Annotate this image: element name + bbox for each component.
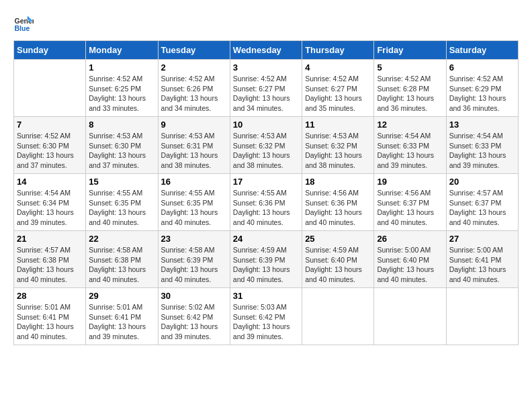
day-number: 22 (89, 234, 154, 244)
day-number: 4 (305, 62, 371, 73)
cell-content: Sunrise: 4:52 AM Sunset: 6:27 PM Dayligh… (305, 74, 371, 113)
day-number: 1 (89, 62, 154, 73)
calendar-cell: 7Sunrise: 4:52 AM Sunset: 6:30 PM Daylig… (14, 117, 86, 174)
calendar-cell: 12Sunrise: 4:54 AM Sunset: 6:33 PM Dayli… (374, 117, 446, 174)
calendar-cell: 2Sunrise: 4:52 AM Sunset: 6:26 PM Daylig… (158, 60, 230, 117)
calendar-cell: 28Sunrise: 5:01 AM Sunset: 6:41 PM Dayli… (14, 288, 86, 345)
cell-content: Sunrise: 4:59 AM Sunset: 6:40 PM Dayligh… (305, 245, 371, 285)
calendar-cell: 8Sunrise: 4:53 AM Sunset: 6:30 PM Daylig… (86, 117, 158, 174)
calendar-cell: 21Sunrise: 4:57 AM Sunset: 6:38 PM Dayli… (14, 231, 86, 288)
calendar-cell (302, 288, 374, 345)
calendar-cell: 5Sunrise: 4:52 AM Sunset: 6:28 PM Daylig… (374, 60, 446, 117)
cell-content: Sunrise: 4:57 AM Sunset: 6:38 PM Dayligh… (17, 245, 83, 285)
day-number: 11 (305, 120, 371, 130)
calendar-week-row: 28Sunrise: 5:01 AM Sunset: 6:41 PM Dayli… (14, 288, 519, 345)
calendar-cell: 19Sunrise: 4:56 AM Sunset: 6:37 PM Dayli… (374, 174, 446, 231)
day-number: 20 (449, 177, 515, 187)
logo-icon: General Blue (13, 13, 34, 34)
calendar-cell: 1Sunrise: 4:52 AM Sunset: 6:25 PM Daylig… (86, 60, 158, 117)
weekday-header-saturday: Saturday (446, 41, 518, 60)
cell-content: Sunrise: 5:02 AM Sunset: 6:42 PM Dayligh… (161, 302, 227, 342)
calendar-cell: 6Sunrise: 4:52 AM Sunset: 6:29 PM Daylig… (446, 60, 518, 117)
calendar-cell: 22Sunrise: 4:58 AM Sunset: 6:38 PM Dayli… (86, 231, 158, 288)
calendar-cell: 23Sunrise: 4:58 AM Sunset: 6:39 PM Dayli… (158, 231, 230, 288)
cell-content: Sunrise: 4:56 AM Sunset: 6:36 PM Dayligh… (305, 188, 371, 228)
cell-content: Sunrise: 4:54 AM Sunset: 6:34 PM Dayligh… (17, 188, 83, 228)
calendar-cell: 3Sunrise: 4:52 AM Sunset: 6:27 PM Daylig… (230, 60, 302, 117)
calendar-cell: 18Sunrise: 4:56 AM Sunset: 6:36 PM Dayli… (302, 174, 374, 231)
weekday-header-thursday: Thursday (302, 41, 374, 60)
cell-content: Sunrise: 5:01 AM Sunset: 6:41 PM Dayligh… (89, 302, 154, 342)
calendar-cell: 29Sunrise: 5:01 AM Sunset: 6:41 PM Dayli… (86, 288, 158, 345)
calendar-body: 1Sunrise: 4:52 AM Sunset: 6:25 PM Daylig… (14, 60, 519, 345)
logo: General Blue (13, 13, 36, 34)
cell-content: Sunrise: 4:52 AM Sunset: 6:29 PM Dayligh… (449, 74, 515, 113)
cell-content: Sunrise: 4:58 AM Sunset: 6:38 PM Dayligh… (89, 245, 154, 285)
day-number: 28 (17, 291, 83, 301)
day-number: 5 (377, 62, 443, 73)
day-number: 10 (233, 120, 299, 130)
cell-content: Sunrise: 4:53 AM Sunset: 6:32 PM Dayligh… (233, 131, 299, 171)
cell-content: Sunrise: 5:03 AM Sunset: 6:42 PM Dayligh… (233, 302, 299, 342)
day-number: 31 (233, 291, 299, 301)
calendar-week-row: 21Sunrise: 4:57 AM Sunset: 6:38 PM Dayli… (14, 231, 519, 288)
calendar-cell: 26Sunrise: 5:00 AM Sunset: 6:40 PM Dayli… (374, 231, 446, 288)
calendar-cell: 25Sunrise: 4:59 AM Sunset: 6:40 PM Dayli… (302, 231, 374, 288)
cell-content: Sunrise: 4:53 AM Sunset: 6:31 PM Dayligh… (161, 131, 227, 171)
calendar-cell: 31Sunrise: 5:03 AM Sunset: 6:42 PM Dayli… (230, 288, 302, 345)
calendar-cell: 24Sunrise: 4:59 AM Sunset: 6:39 PM Dayli… (230, 231, 302, 288)
day-number: 7 (17, 120, 83, 130)
weekday-header-monday: Monday (86, 41, 158, 60)
calendar-table: SundayMondayTuesdayWednesdayThursdayFrid… (13, 40, 519, 345)
day-number: 2 (161, 62, 227, 73)
svg-text:Blue: Blue (15, 24, 30, 32)
page-header: General Blue (13, 13, 519, 34)
day-number: 19 (377, 177, 443, 187)
day-number: 17 (233, 177, 299, 187)
day-number: 26 (377, 234, 443, 244)
cell-content: Sunrise: 4:52 AM Sunset: 6:26 PM Dayligh… (161, 74, 227, 113)
day-number: 6 (449, 62, 515, 73)
calendar-week-row: 7Sunrise: 4:52 AM Sunset: 6:30 PM Daylig… (14, 117, 519, 174)
calendar-cell: 13Sunrise: 4:54 AM Sunset: 6:33 PM Dayli… (446, 117, 518, 174)
cell-content: Sunrise: 4:53 AM Sunset: 6:30 PM Dayligh… (89, 131, 154, 171)
day-number: 18 (305, 177, 371, 187)
cell-content: Sunrise: 4:54 AM Sunset: 6:33 PM Dayligh… (377, 131, 443, 171)
calendar-cell: 16Sunrise: 4:55 AM Sunset: 6:35 PM Dayli… (158, 174, 230, 231)
calendar-cell: 30Sunrise: 5:02 AM Sunset: 6:42 PM Dayli… (158, 288, 230, 345)
day-number: 8 (89, 120, 154, 130)
weekday-header-tuesday: Tuesday (158, 41, 230, 60)
calendar-cell: 4Sunrise: 4:52 AM Sunset: 6:27 PM Daylig… (302, 60, 374, 117)
cell-content: Sunrise: 4:59 AM Sunset: 6:39 PM Dayligh… (233, 245, 299, 285)
cell-content: Sunrise: 5:00 AM Sunset: 6:41 PM Dayligh… (449, 245, 515, 285)
calendar-cell (374, 288, 446, 345)
cell-content: Sunrise: 4:55 AM Sunset: 6:36 PM Dayligh… (233, 188, 299, 228)
calendar-cell: 17Sunrise: 4:55 AM Sunset: 6:36 PM Dayli… (230, 174, 302, 231)
cell-content: Sunrise: 4:52 AM Sunset: 6:30 PM Dayligh… (17, 131, 83, 171)
day-number: 9 (161, 120, 227, 130)
calendar-cell: 10Sunrise: 4:53 AM Sunset: 6:32 PM Dayli… (230, 117, 302, 174)
weekday-header-wednesday: Wednesday (230, 41, 302, 60)
cell-content: Sunrise: 4:58 AM Sunset: 6:39 PM Dayligh… (161, 245, 227, 285)
cell-content: Sunrise: 4:53 AM Sunset: 6:32 PM Dayligh… (305, 131, 371, 171)
calendar-cell: 20Sunrise: 4:57 AM Sunset: 6:37 PM Dayli… (446, 174, 518, 231)
day-number: 23 (161, 234, 227, 244)
day-number: 14 (17, 177, 83, 187)
day-number: 30 (161, 291, 227, 301)
cell-content: Sunrise: 4:54 AM Sunset: 6:33 PM Dayligh… (449, 131, 515, 171)
weekday-header-sunday: Sunday (14, 41, 86, 60)
cell-content: Sunrise: 5:01 AM Sunset: 6:41 PM Dayligh… (17, 302, 83, 342)
cell-content: Sunrise: 4:55 AM Sunset: 6:35 PM Dayligh… (161, 188, 227, 228)
day-number: 12 (377, 120, 443, 130)
day-number: 3 (233, 62, 299, 73)
cell-content: Sunrise: 4:55 AM Sunset: 6:35 PM Dayligh… (89, 188, 154, 228)
day-number: 13 (449, 120, 515, 130)
calendar-cell: 14Sunrise: 4:54 AM Sunset: 6:34 PM Dayli… (14, 174, 86, 231)
calendar-cell (446, 288, 518, 345)
calendar-cell: 9Sunrise: 4:53 AM Sunset: 6:31 PM Daylig… (158, 117, 230, 174)
day-number: 27 (449, 234, 515, 244)
cell-content: Sunrise: 4:52 AM Sunset: 6:27 PM Dayligh… (233, 74, 299, 113)
calendar-week-row: 14Sunrise: 4:54 AM Sunset: 6:34 PM Dayli… (14, 174, 519, 231)
cell-content: Sunrise: 4:57 AM Sunset: 6:37 PM Dayligh… (449, 188, 515, 228)
day-number: 25 (305, 234, 371, 244)
